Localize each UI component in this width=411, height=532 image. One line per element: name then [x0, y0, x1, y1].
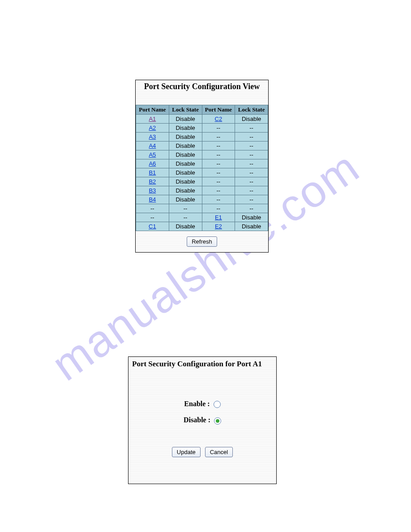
port-security-config-panel: Port Security Configuration for Port A1 … [128, 356, 277, 484]
port-security-view-panel: Port Security Configuration View Port Na… [135, 80, 269, 253]
port-link[interactable]: B4 [149, 196, 156, 203]
port-cell: -- [202, 177, 235, 186]
port-cell: -- [202, 142, 235, 150]
lock-state-cell: Disable [169, 115, 202, 124]
panel2-title: Port Security Configuration for Port A1 [128, 357, 276, 369]
col-lock-state-2: Lock State [235, 105, 268, 115]
lock-state-cell: -- [235, 168, 268, 177]
disable-label: Disable : [184, 416, 210, 424]
table-row: A5Disable---- [136, 150, 268, 159]
table-row: A2Disable---- [136, 124, 268, 133]
port-cell: -- [202, 124, 235, 133]
refresh-button[interactable]: Refresh [187, 236, 217, 247]
lock-state-cell: Disable [169, 195, 202, 204]
lock-state-cell: -- [235, 204, 268, 213]
lock-state-cell: Disable [169, 177, 202, 186]
lock-state-cell: Disable [235, 115, 268, 124]
lock-state-cell: -- [235, 159, 268, 168]
table-row: ----E1Disable [136, 213, 268, 222]
table-row: B4Disable---- [136, 195, 268, 204]
radio-selected-dot [216, 419, 219, 423]
port-cell: -- [202, 133, 235, 142]
table-row: A1DisableC2Disable [136, 115, 268, 124]
table-row: B1Disable---- [136, 168, 268, 177]
table-row: A4Disable---- [136, 142, 268, 150]
table-row: A6Disable---- [136, 159, 268, 168]
table-row: B3Disable---- [136, 186, 268, 195]
enable-label: Enable : [184, 400, 210, 408]
enable-radio[interactable] [214, 401, 221, 408]
lock-state-cell: Disable [169, 133, 202, 142]
port-link[interactable]: E2 [215, 223, 222, 230]
port-cell: -- [202, 195, 235, 204]
lock-state-cell: Disable [235, 222, 268, 231]
lock-state-cell: Disable [235, 213, 268, 222]
table-row: C1DisableE2Disable [136, 222, 268, 231]
lock-state-cell: -- [169, 204, 202, 213]
port-link[interactable]: A1 [149, 116, 156, 122]
port-cell: -- [202, 186, 235, 195]
lock-state-cell: Disable [169, 168, 202, 177]
port-link[interactable]: B1 [149, 169, 156, 176]
port-link[interactable]: A2 [149, 124, 156, 131]
port-cell: -- [136, 204, 169, 213]
lock-state-cell: -- [235, 124, 268, 133]
table-row: -------- [136, 204, 268, 213]
port-link[interactable]: E1 [215, 214, 222, 221]
col-port-name-2: Port Name [202, 105, 235, 115]
lock-state-cell: Disable [169, 159, 202, 168]
port-link[interactable]: B3 [149, 187, 156, 194]
col-lock-state-1: Lock State [169, 105, 202, 115]
port-link[interactable]: A3 [149, 133, 156, 140]
disable-radio[interactable] [214, 417, 221, 425]
cancel-button[interactable]: Cancel [205, 447, 233, 457]
port-cell: -- [202, 159, 235, 168]
lock-state-cell: -- [235, 186, 268, 195]
lock-state-cell: -- [235, 195, 268, 204]
port-link[interactable]: C1 [149, 223, 156, 230]
port-cell: -- [202, 150, 235, 159]
lock-state-cell: Disable [169, 142, 202, 150]
port-link[interactable]: C2 [215, 116, 223, 122]
update-button[interactable]: Update [172, 447, 201, 457]
port-cell: -- [202, 204, 235, 213]
table-row: B2Disable---- [136, 177, 268, 186]
lock-state-cell: -- [235, 177, 268, 186]
port-link[interactable]: A4 [149, 142, 156, 149]
port-link[interactable]: A5 [149, 151, 156, 158]
port-cell: -- [202, 168, 235, 177]
port-link[interactable]: A6 [149, 160, 156, 167]
port-cell: -- [136, 213, 169, 222]
lock-state-cell: Disable [169, 124, 202, 133]
col-port-name-1: Port Name [136, 105, 169, 115]
port-link[interactable]: B2 [149, 178, 156, 185]
lock-state-cell: -- [235, 133, 268, 142]
lock-state-cell: Disable [169, 222, 202, 231]
lock-state-cell: -- [235, 142, 268, 150]
port-security-table: Port Name Lock State Port Name Lock Stat… [136, 105, 268, 231]
lock-state-cell: -- [169, 213, 202, 222]
lock-state-cell: -- [235, 150, 268, 159]
lock-state-cell: Disable [169, 186, 202, 195]
table-row: A3Disable---- [136, 133, 268, 142]
panel1-title: Port Security Configuration View [136, 80, 268, 105]
lock-state-cell: Disable [169, 150, 202, 159]
